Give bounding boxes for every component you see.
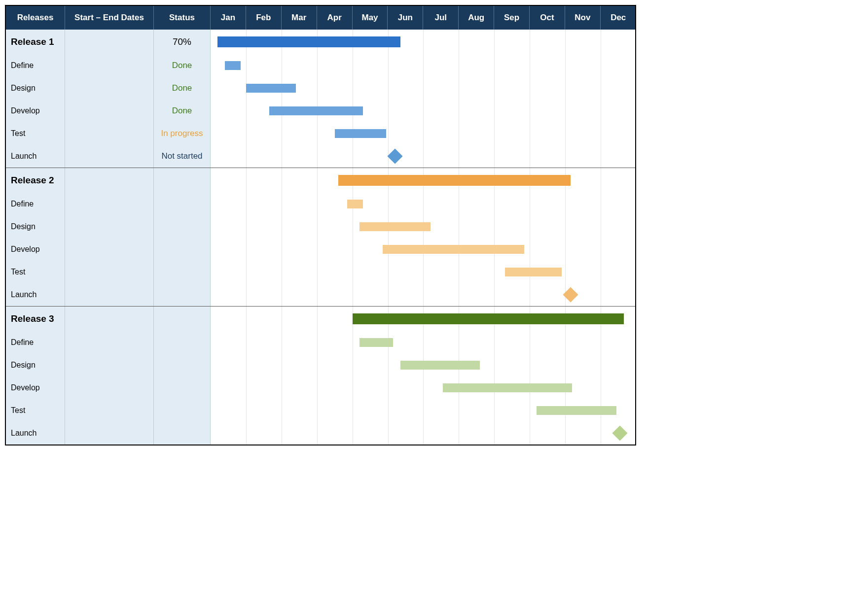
dates-cell (65, 193, 154, 215)
status-cell: Not started (154, 145, 211, 168)
summary-bar (338, 175, 571, 186)
status-cell (154, 422, 211, 445)
dates-cell (65, 307, 154, 331)
timeline (211, 215, 636, 238)
header-row: Releases Start – End Dates Status JanFeb… (6, 6, 635, 30)
dates-cell (65, 261, 154, 283)
release-name: Release 1 (6, 30, 65, 54)
header-month-jun: Jun (388, 6, 423, 30)
task-row: DefineDone (6, 54, 635, 77)
task-row: Test (6, 399, 635, 422)
dates-cell (65, 354, 154, 376)
task-bar (359, 338, 393, 347)
timeline (211, 145, 636, 168)
status-cell (154, 331, 211, 354)
dates-cell (65, 77, 154, 100)
status-cell: Done (154, 54, 211, 77)
task-name: Develop (6, 100, 65, 122)
release-summary-row: Release 2 (6, 168, 635, 193)
dates-cell (65, 283, 154, 306)
timeline (211, 331, 636, 354)
task-bar (269, 106, 363, 115)
status-cell (154, 376, 211, 399)
timeline (211, 100, 636, 122)
dates-cell (65, 238, 154, 261)
task-name: Design (6, 354, 65, 376)
timeline (211, 354, 636, 376)
summary-bar (353, 313, 624, 324)
timeline (211, 399, 636, 422)
release-group: Release 3DefineDesignDevelopTestLaunch (6, 307, 635, 445)
task-row: Design (6, 354, 635, 376)
task-bar (383, 245, 525, 254)
header-dates: Start – End Dates (65, 6, 154, 30)
task-row: DesignDone (6, 77, 635, 100)
timeline (211, 307, 636, 331)
dates-cell (65, 54, 154, 77)
timeline (211, 261, 636, 283)
header-month-jul: Jul (423, 6, 459, 30)
status-cell: Done (154, 100, 211, 122)
task-name: Test (6, 261, 65, 283)
dates-cell (65, 215, 154, 238)
timeline (211, 422, 636, 445)
header-month-mar: Mar (282, 6, 317, 30)
dates-cell (65, 331, 154, 354)
timeline (211, 283, 636, 306)
task-name: Develop (6, 238, 65, 261)
timeline (211, 193, 636, 215)
dates-cell (65, 168, 154, 193)
status-cell: In progress (154, 122, 211, 145)
task-row: TestIn progress (6, 122, 635, 145)
timeline (211, 238, 636, 261)
task-name: Define (6, 193, 65, 215)
status-cell (154, 168, 211, 193)
task-bar (246, 84, 296, 93)
header-month-aug: Aug (459, 6, 494, 30)
header-month-nov: Nov (565, 6, 601, 30)
release-group: Release 2DefineDesignDevelopTestLaunch (6, 168, 635, 307)
timeline (211, 168, 636, 193)
status-cell (154, 193, 211, 215)
status-cell (154, 283, 211, 306)
status-cell (154, 307, 211, 331)
task-name: Test (6, 122, 65, 145)
task-name: Test (6, 399, 65, 422)
status-cell: 70% (154, 30, 211, 54)
header-months: JanFebMarAprMayJunJulAugSepOctNovDec (211, 6, 636, 30)
release-summary-row: Release 170% (6, 30, 635, 54)
task-bar (443, 383, 572, 392)
status-cell: Done (154, 77, 211, 100)
header-month-feb: Feb (246, 6, 282, 30)
task-name: Launch (6, 283, 65, 306)
task-row: Define (6, 331, 635, 354)
status-cell (154, 215, 211, 238)
status-cell (154, 238, 211, 261)
task-name: Develop (6, 376, 65, 399)
task-name: Launch (6, 145, 65, 168)
dates-cell (65, 422, 154, 445)
dates-cell (65, 30, 154, 54)
task-bar (335, 129, 386, 138)
milestone-icon (612, 425, 628, 441)
header-month-jan: Jan (211, 6, 246, 30)
milestone-icon (387, 148, 402, 164)
dates-cell (65, 376, 154, 399)
task-row: Develop (6, 238, 635, 261)
task-name: Design (6, 77, 65, 100)
task-bar (537, 406, 616, 415)
task-bar (359, 222, 431, 231)
header-month-oct: Oct (530, 6, 565, 30)
task-name: Launch (6, 422, 65, 445)
timeline (211, 77, 636, 100)
header-month-apr: Apr (317, 6, 353, 30)
header-month-sep: Sep (494, 6, 530, 30)
timeline (211, 376, 636, 399)
header-month-dec: Dec (601, 6, 636, 30)
timeline (211, 122, 636, 145)
gantt-chart: Releases Start – End Dates Status JanFeb… (5, 5, 636, 445)
release-name: Release 3 (6, 307, 65, 331)
task-bar (225, 61, 241, 70)
task-row: Launch (6, 283, 635, 306)
task-name: Define (6, 331, 65, 354)
